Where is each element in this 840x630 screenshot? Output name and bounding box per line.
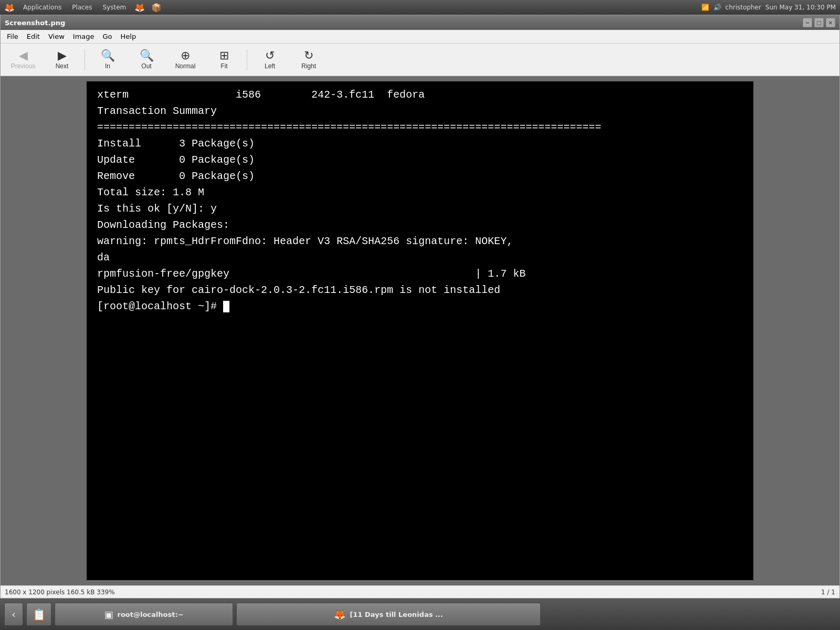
datetime: Sun May 31, 10:30 PM	[765, 4, 836, 11]
normal-label: Normal	[175, 62, 196, 70]
zoom-out-button[interactable]: 🔍 Out	[128, 46, 165, 74]
next-icon: ▶	[58, 50, 67, 61]
zoom-in-icon: 🔍	[101, 50, 115, 61]
system-menu[interactable]: System	[100, 3, 128, 12]
menu-help[interactable]: Help	[117, 31, 141, 42]
volume-icon: 🔊	[713, 4, 721, 11]
image-info: 840 x 630 pixels 160.5 kB 339%	[5, 589, 115, 596]
maximize-button[interactable]: □	[814, 18, 824, 27]
in-label: In	[105, 62, 110, 70]
window-title: Screenshot.png	[5, 19, 65, 27]
rotate-right-icon: ↻	[304, 50, 313, 61]
username: christopher	[726, 4, 761, 11]
fit-button[interactable]: ⊞ Fit	[206, 46, 243, 74]
firefox-taskbar-icon: 🦊	[334, 609, 345, 620]
desktop-icon: 📋	[32, 608, 46, 621]
terminal-prompt: [root@localhost ~]#	[97, 300, 223, 312]
network-icon: 📶	[701, 4, 709, 11]
toolbar-separator-1	[85, 49, 85, 70]
terminal-cursor	[223, 301, 229, 312]
menu-file[interactable]: File	[3, 31, 23, 42]
rotate-left-button[interactable]: ↺ Left	[251, 46, 288, 74]
terminal-line-5: Install 3 Package(s)	[97, 135, 743, 152]
menu-view[interactable]: View	[44, 31, 69, 42]
terminal-line-6: Update 0 Package(s)	[97, 152, 743, 168]
system-bar-left: 🦊 Applications Places System 🦊 📦	[4, 3, 162, 13]
system-bar: 🦊 Applications Places System 🦊 📦 📶 🔊 chr…	[0, 0, 840, 15]
system-bar-app2-icon: 📦	[151, 3, 162, 13]
close-button[interactable]: ✕	[826, 18, 835, 27]
terminal-line-7: Remove 0 Package(s)	[97, 168, 743, 184]
next-label: Next	[56, 62, 69, 70]
menu-edit[interactable]: Edit	[23, 31, 44, 42]
image-status-bar: 840 x 630 pixels 160.5 kB 339% 1 / 1	[1, 585, 839, 598]
taskbar-desktop-icon[interactable]: 📋	[26, 603, 51, 626]
terminal-line-17: Public key for cairo-dock-2.0.3-2.fc11.i…	[97, 282, 743, 298]
zoom-in-button[interactable]: 🔍 In	[89, 46, 126, 74]
normal-icon: ⊕	[181, 50, 190, 61]
terminal-line-13: da	[97, 249, 743, 266]
out-label: Out	[141, 62, 151, 70]
taskbar-terminal-button[interactable]: ▣ root@localhost:~	[55, 603, 233, 626]
menu-image[interactable]: Image	[69, 31, 99, 42]
zoom-out-icon: 🔍	[140, 50, 154, 61]
fit-label: Fit	[220, 62, 227, 70]
terminal-line-10: Is this ok [y/N]: y	[97, 201, 743, 217]
toolbar: ◀ Previous ▶ Next 🔍 In 🔍 Out ⊕ Normal ⊞ …	[1, 44, 839, 76]
screenshot-image: xterm i586 242-3.fc11 fedora Transaction…	[87, 81, 753, 580]
terminal-line-14: rpmfusion-free/gpgkey | 1.7 kB	[97, 266, 743, 282]
app-window: Screenshot.png − □ ✕ File Edit View Imag…	[0, 15, 840, 598]
page-count: 1 / 1	[821, 589, 835, 596]
places-menu[interactable]: Places	[70, 3, 94, 12]
fit-icon: ⊞	[219, 50, 229, 61]
taskbar: ‹ 📋 ▣ root@localhost:~ 🦊 [11 Days till L…	[0, 598, 840, 630]
terminal-line-3: Transaction Summary	[97, 103, 743, 119]
system-bar-right: 📶 🔊 christopher Sun May 31, 10:30 PM	[701, 4, 836, 11]
system-bar-firefox-icon: 🦊	[4, 3, 15, 13]
terminal-line-11: Downloading Packages:	[97, 217, 743, 233]
image-scroll-area[interactable]: xterm i586 242-3.fc11 fedora Transaction…	[1, 76, 839, 585]
toolbar-separator-2	[247, 49, 247, 70]
rotate-right-button[interactable]: ↻ Right	[290, 46, 327, 74]
previous-icon: ◀	[19, 50, 28, 61]
terminal-line-4: ========================================…	[97, 119, 743, 135]
scroll-left-icon: ‹	[12, 608, 16, 621]
apps-menu[interactable]: Applications	[21, 3, 64, 12]
image-background: xterm i586 242-3.fc11 fedora Transaction…	[1, 76, 839, 585]
taskbar-scroll-left[interactable]: ‹	[4, 603, 23, 626]
left-label: Left	[265, 62, 275, 70]
window-controls: − □ ✕	[803, 18, 835, 27]
terminal-taskbar-icon: ▣	[104, 609, 113, 620]
terminal-line-9: Total size: 1.8 M	[97, 184, 743, 201]
previous-label: Previous	[11, 62, 36, 70]
previous-button[interactable]: ◀ Previous	[5, 46, 41, 74]
system-bar-app-icon: 🦊	[134, 3, 145, 13]
right-label: Right	[301, 62, 316, 70]
rotate-left-icon: ↺	[265, 50, 275, 61]
next-button[interactable]: ▶ Next	[44, 46, 80, 74]
terminal-line-18: [root@localhost ~]#	[97, 298, 743, 314]
terminal-taskbar-label: root@localhost:~	[117, 611, 183, 618]
terminal-line-12: warning: rpmts_HdrFromFdno: Header V3 RS…	[97, 233, 743, 249]
minimize-button[interactable]: −	[803, 18, 812, 27]
menu-go[interactable]: Go	[99, 31, 117, 42]
menu-bar: File Edit View Image Go Help	[1, 30, 839, 44]
title-bar: Screenshot.png − □ ✕	[1, 15, 839, 30]
normal-button[interactable]: ⊕ Normal	[167, 46, 204, 74]
firefox-taskbar-label: [11 Days till Leonidas ...	[350, 611, 443, 618]
terminal-line-1: xterm i586 242-3.fc11 fedora	[97, 87, 743, 103]
taskbar-firefox-button[interactable]: 🦊 [11 Days till Leonidas ...	[236, 603, 541, 626]
